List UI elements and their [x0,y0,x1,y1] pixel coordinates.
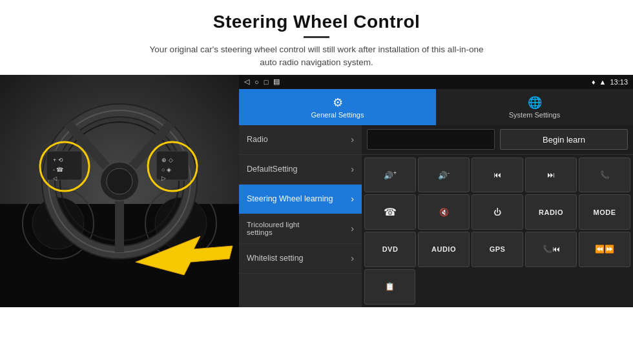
tab-general-settings[interactable]: ⚙ General Settings [239,89,436,125]
page-title: Steering Wheel Control [39,12,594,32]
menu-tricolour-label: Tricoloured lightsettings [247,221,299,236]
svg-point-16 [107,168,132,194]
menu-radio-arrow: › [351,134,354,145]
ctrl-row-2: ☎ 🔇 ⏻ RADIO MOD [364,194,630,230]
status-right: ♦ ▲ 13:13 [592,78,628,86]
menu-whitelist-label: Whitelist setting [247,254,304,263]
menu-whitelist-arrow: › [351,253,354,263]
call-button[interactable]: ☎ [364,194,416,230]
menu-steering-arrow: › [351,194,354,204]
vol-down-button[interactable]: 🔊- [418,157,470,193]
next-track-button[interactable]: ⏭ [525,157,577,193]
menu-item-tricolour[interactable]: Tricoloured lightsettings › [239,214,362,244]
svg-text:○  ◈: ○ ◈ [161,167,171,173]
call-icon: ☎ [384,206,397,218]
gps-button[interactable]: GPS [472,232,523,267]
phone-answer-button[interactable]: 📞 [579,157,630,193]
list-button[interactable]: 📋 [364,269,415,305]
menu-steering-label: Steering Wheel learning [247,194,333,203]
back-icon[interactable]: ◁ [244,77,249,86]
mute-button[interactable]: 🔇 [418,194,470,230]
menu-item-whitelist[interactable]: Whitelist setting › [239,244,362,274]
controls-grid: 🔊+ 🔊- ⏮ ⏭ 📞 [362,155,633,307]
page-container: Steering Wheel Control Your original car… [0,0,633,364]
system-icon: 🌐 [528,96,542,110]
recents-icon[interactable]: □ [264,78,269,86]
android-ui: ◁ ○ □ ▤ ♦ ▲ 13:13 ⚙ General Settings [239,75,633,307]
skip-button[interactable]: ⏪⏩ [579,232,630,267]
phone-prev-icon: 📞⏮ [543,245,560,254]
status-bar: ◁ ○ □ ▤ ♦ ▲ 13:13 [239,75,633,89]
svg-rect-17 [47,151,82,180]
vol-up-button[interactable]: 🔊+ [364,157,416,193]
menu-default-arrow: › [351,164,354,174]
ctrl-row-1: 🔊+ 🔊- ⏮ ⏭ 📞 [364,157,630,193]
radio-button[interactable]: RADIO [525,194,577,230]
svg-text:▷: ▷ [161,175,166,181]
home-icon[interactable]: ○ [254,78,259,86]
svg-text:+  ⟲: + ⟲ [53,157,63,163]
dvd-button[interactable]: DVD [364,232,416,267]
subtitle: Your original car's steering wheel contr… [39,43,594,70]
status-icons: ◁ ○ □ ▤ [244,77,280,86]
tab-system-label: System Settings [509,111,560,119]
tab-bar: ⚙ General Settings 🌐 System Settings [239,89,633,125]
radio-label: RADIO [539,208,563,216]
vol-down-icon: 🔊- [438,170,450,180]
tab-system-settings[interactable]: 🌐 System Settings [436,89,633,125]
svg-text:-  ☎: - ☎ [53,167,64,173]
skip-icon: ⏪⏩ [595,245,614,254]
gps-label: GPS [490,245,506,253]
content-area: ● + ⟲ - ☎ ◁ [0,75,633,365]
tab-general-label: General Settings [311,111,364,119]
menu-radio-label: Radio [247,135,268,144]
phone-answer-icon: 📞 [600,170,610,179]
top-row: Begin learn [362,125,633,155]
main-content: Radio › DefaultSetting › Steering Wheel … [239,125,633,307]
car-image-section: ● + ⟲ - ☎ ◁ [0,75,239,307]
wifi-icon: ▲ [599,78,607,86]
menu-item-radio[interactable]: Radio › [239,125,362,155]
menu-tricolour-arrow: › [351,223,354,234]
right-panel: Begin learn 🔊+ 🔊- [362,125,633,307]
menu-item-default[interactable]: DefaultSetting › [239,155,362,185]
audio-label: AUDIO [431,245,456,253]
svg-text:⊕  ◇: ⊕ ◇ [161,157,173,163]
menu-icon[interactable]: ▤ [273,77,280,86]
audio-button[interactable]: AUDIO [418,232,470,267]
menu-list: Radio › DefaultSetting › Steering Wheel … [239,125,362,307]
mode-label: MODE [594,208,616,216]
location-icon: ♦ [592,78,596,86]
svg-text:◁: ◁ [53,176,57,181]
menu-default-label: DefaultSetting [247,165,298,174]
ctrl-row-4: 📋 [364,269,630,305]
gear-icon: ⚙ [333,96,343,110]
header-section: Steering Wheel Control Your original car… [0,0,633,75]
title-divider [304,36,329,38]
mode-button[interactable]: MODE [579,194,630,230]
next-track-icon: ⏭ [547,170,555,179]
prev-track-icon: ⏮ [493,170,501,179]
empty-display-box [367,129,495,150]
menu-item-steering[interactable]: Steering Wheel learning › [239,185,362,214]
prev-track-button[interactable]: ⏮ [472,157,523,193]
list-icon: 📋 [385,282,395,291]
power-icon: ⏻ [493,208,501,217]
begin-learn-button[interactable]: Begin learn [500,129,628,150]
clock: 13:13 [610,78,628,86]
ctrl-row-3: DVD AUDIO GPS 📞⏮ [364,232,630,267]
power-button[interactable]: ⏻ [472,194,523,230]
dvd-label: DVD [382,245,399,253]
mute-icon: 🔇 [439,208,449,217]
phone-prev-button[interactable]: 📞⏮ [525,232,577,267]
vol-up-icon: 🔊+ [384,170,397,180]
